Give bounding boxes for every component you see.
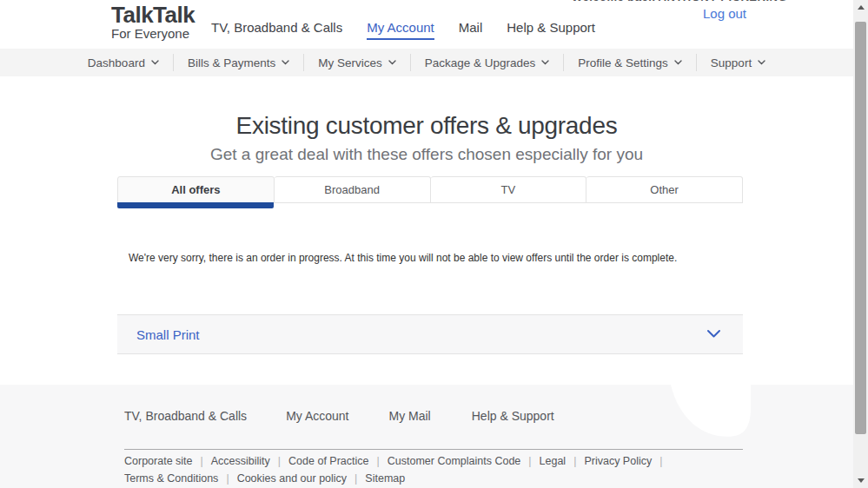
tab-other[interactable]: Other — [586, 176, 743, 203]
footer-wave-decoration — [671, 385, 751, 442]
tab-all-offers[interactable]: All offers — [117, 176, 275, 203]
account-nav-bills-payments[interactable]: Bills & Payments — [174, 54, 304, 71]
footer-nav-my-account[interactable]: My Account — [286, 409, 348, 423]
separator: | — [354, 472, 357, 486]
tab-broadband[interactable]: Broadband — [275, 176, 431, 203]
footer-nav-my-mail[interactable]: My Mail — [389, 409, 431, 423]
separator: | — [226, 472, 229, 486]
chevron-down-icon — [674, 60, 682, 65]
footer-nav: TV, Broadband & Calls My Account My Mail… — [124, 409, 554, 423]
nav-mail[interactable]: Mail — [459, 20, 483, 40]
separator: | — [201, 454, 203, 469]
logo-tagline: For Everyone — [111, 27, 195, 41]
account-nav: Dashboard Bills & Payments My Services P… — [0, 49, 853, 76]
page: TalkTalk For Everyone TV, Broadband & Ca… — [0, 0, 853, 488]
small-print-label: Small Print — [136, 327, 200, 342]
arrow-down-icon — [858, 478, 865, 483]
separator: | — [278, 454, 281, 469]
nav-tv-broadband-calls[interactable]: TV, Broadband & Calls — [211, 20, 342, 40]
small-print-accordion[interactable]: Small Print — [117, 314, 743, 354]
footer-nav-help-support[interactable]: Help & Support — [472, 409, 554, 423]
nav-help-support[interactable]: Help & Support — [507, 20, 595, 40]
link-accessibility[interactable]: Accessibility — [211, 454, 270, 469]
primary-nav: TV, Broadband & Calls My Account Mail He… — [211, 20, 595, 40]
link-legal[interactable]: Legal — [540, 454, 567, 469]
link-corporate-site[interactable]: Corporate site — [124, 454, 193, 469]
link-terms-conditions[interactable]: Terms & Conditions — [124, 472, 218, 486]
footer: TV, Broadband & Calls My Account My Mail… — [0, 385, 853, 488]
footer-nav-tv-broadband-calls[interactable]: TV, Broadband & Calls — [124, 409, 247, 423]
logout-link[interactable]: Log out — [703, 6, 746, 21]
page-subtitle: Get a great deal with these offers chose… — [0, 145, 853, 164]
separator: | — [377, 454, 380, 469]
chevron-down-icon — [282, 60, 289, 65]
order-in-progress-notice: We're very sorry, there is an order in p… — [129, 252, 737, 264]
chevron-down-icon — [758, 60, 765, 65]
talktalk-logo[interactable]: TalkTalk For Everyone — [111, 3, 195, 41]
chevron-down-icon — [541, 60, 549, 65]
link-customer-complaints-code[interactable]: Customer Complaints Code — [388, 454, 521, 469]
arrow-up-icon — [858, 5, 865, 10]
account-nav-support[interactable]: Support — [697, 54, 779, 71]
account-nav-profile-settings[interactable]: Profile & Settings — [564, 54, 697, 71]
active-tab-indicator — [117, 202, 274, 208]
separator: | — [528, 454, 531, 469]
chevron-down-icon — [388, 60, 396, 65]
chevron-down-icon — [151, 60, 159, 65]
nav-my-account[interactable]: My Account — [367, 20, 434, 40]
welcome-message: Welcome back ANTHONY PICKERING — [572, 0, 787, 4]
tab-tv[interactable]: TV — [431, 176, 587, 203]
header: TalkTalk For Everyone TV, Broadband & Ca… — [0, 0, 853, 49]
chevron-down-icon — [706, 326, 721, 342]
page-title: Existing customer offers & upgrades — [0, 112, 853, 140]
logo-wordmark: TalkTalk — [111, 3, 195, 27]
link-code-of-practice[interactable]: Code of Practice — [288, 454, 368, 469]
link-cookies-policy[interactable]: Cookies and our policy — [237, 472, 347, 486]
separator: | — [659, 454, 662, 469]
vertical-scrollbar[interactable] — [853, 0, 868, 488]
scroll-up-button[interactable] — [853, 0, 868, 15]
scrollbar-thumb[interactable] — [855, 22, 866, 434]
account-nav-package-upgrades[interactable]: Package & Upgrades — [411, 54, 565, 71]
footer-divider — [124, 449, 743, 450]
account-nav-dashboard[interactable]: Dashboard — [74, 54, 174, 71]
link-privacy-policy[interactable]: Privacy Policy — [584, 454, 652, 469]
offers-tabs: All offers Broadband TV Other — [117, 176, 743, 203]
legal-links: Corporate site| Accessibility| Code of P… — [124, 454, 724, 486]
account-nav-my-services[interactable]: My Services — [304, 54, 411, 71]
separator: | — [573, 454, 576, 469]
scroll-down-button[interactable] — [853, 473, 868, 488]
link-sitemap[interactable]: Sitemap — [365, 472, 405, 486]
